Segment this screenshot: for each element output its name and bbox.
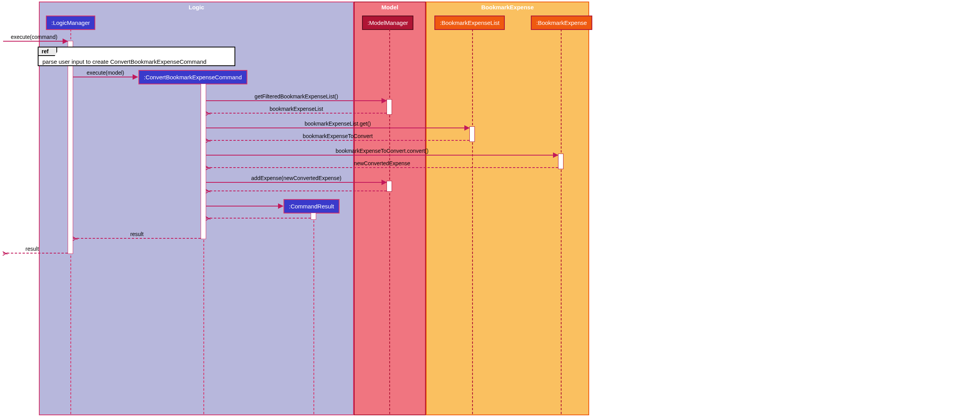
group-title-logic: Logic <box>40 2 353 13</box>
msg-return-command-result <box>206 218 311 219</box>
ref-fragment: ref parse user input to create ConvertBo… <box>38 47 235 66</box>
group-title-bookmark: BookmarkExpense <box>427 2 588 13</box>
group-bookmark: BookmarkExpense <box>426 2 589 415</box>
lifeline-bookmark-expense: :BookmarkExpense <box>531 16 592 30</box>
activation <box>469 126 475 142</box>
activation <box>311 213 316 220</box>
msg-return-to-convert: bookmarkExpenseToConvert <box>206 140 469 141</box>
lifeline-convert-cmd: :ConvertBookmarkExpenseCommand <box>138 70 247 84</box>
sequence-diagram: Logic Model BookmarkExpense :LogicManage… <box>0 0 980 418</box>
msg-list-get: bookmarkExpenseList.get() <box>206 128 469 128</box>
lifeline-logic-manager: :LogicManager <box>46 16 95 30</box>
ref-text: parse user input to create ConvertBookma… <box>38 47 234 68</box>
msg-add-expense: addExpense(newConvertedExpense) <box>206 182 387 183</box>
activation <box>558 154 564 169</box>
msg-get-filtered-list: getFilteredBookmarkExpenseList() <box>206 100 387 101</box>
group-title-model: Model <box>355 2 425 13</box>
msg-return-new-expense: newConvertedExpense <box>206 167 558 168</box>
msg-return-list: bookmarkExpenseList <box>206 113 387 114</box>
activation <box>387 181 392 192</box>
msg-create-command-result <box>206 206 283 206</box>
lifeline-line <box>313 213 314 414</box>
lifeline-model-manager: :ModelManager <box>362 16 413 30</box>
msg-execute-model: execute(model) <box>73 77 138 77</box>
lifeline-line <box>561 29 562 414</box>
lifeline-line <box>472 29 473 414</box>
activation <box>387 99 392 115</box>
lifeline-command-result: :CommandResult <box>284 199 340 213</box>
activation <box>201 84 206 239</box>
msg-convert: bookmarkExpenseToConvert.convert() <box>206 155 558 156</box>
lifeline-line <box>389 29 390 414</box>
msg-result-external: result <box>3 253 68 254</box>
msg-result-to-logic: result <box>73 238 201 239</box>
activation <box>68 41 73 254</box>
msg-execute-command: execute(command) <box>3 41 68 42</box>
ref-label: ref <box>38 47 57 56</box>
lifeline-bookmark-list: :BookmarkExpenseList <box>434 16 505 30</box>
msg-return-add <box>206 191 387 191</box>
